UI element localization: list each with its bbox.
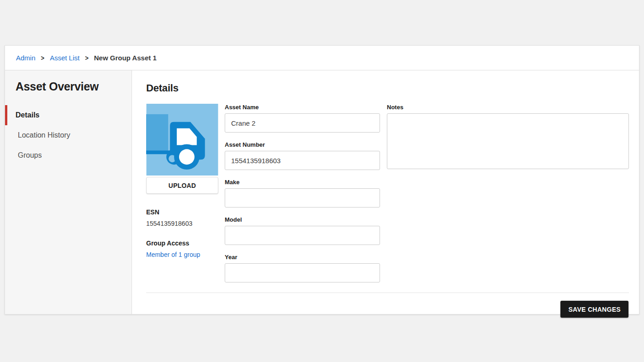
field-notes: Notes bbox=[387, 104, 629, 171]
group-access-block: Group Access Member of 1 group bbox=[146, 240, 218, 259]
asset-fields-column: Asset Name Asset Number Make Model bbox=[225, 104, 380, 291]
field-model: Model bbox=[225, 216, 380, 245]
asset-number-label: Asset Number bbox=[225, 141, 380, 148]
esn-label: ESN bbox=[146, 208, 218, 216]
asset-name-input[interactable] bbox=[225, 113, 380, 133]
model-input[interactable] bbox=[225, 226, 380, 245]
sidebar: Asset Overview Details Location History … bbox=[5, 70, 132, 314]
sidebar-item-details[interactable]: Details bbox=[5, 105, 132, 125]
field-asset-name: Asset Name bbox=[225, 104, 380, 133]
make-label: Make bbox=[225, 179, 380, 186]
model-label: Model bbox=[225, 216, 380, 223]
upload-button[interactable]: UPLOAD bbox=[146, 177, 218, 194]
breadcrumb-asset-list[interactable]: Asset List bbox=[50, 54, 79, 62]
asset-name-label: Asset Name bbox=[225, 104, 380, 111]
truck-icon bbox=[146, 104, 218, 176]
sidebar-item-location-history[interactable]: Location History bbox=[5, 125, 132, 145]
footer: SAVE CHANGES bbox=[146, 293, 629, 318]
esn-value: 1554135918603 bbox=[146, 220, 218, 227]
field-asset-number: Asset Number bbox=[225, 141, 380, 170]
details-section: Details UPLOAD bbox=[132, 70, 639, 314]
sidebar-nav: Details Location History Groups bbox=[5, 105, 132, 165]
notes-column: Notes bbox=[387, 104, 629, 291]
field-year: Year bbox=[225, 254, 380, 282]
asset-media-column: UPLOAD ESN 1554135918603 Group Access Me… bbox=[146, 104, 218, 291]
save-changes-button[interactable]: SAVE CHANGES bbox=[560, 301, 628, 318]
asset-number-input[interactable] bbox=[225, 151, 380, 170]
breadcrumb-current-asset: New Group Asset 1 bbox=[94, 54, 157, 62]
year-input[interactable] bbox=[225, 263, 380, 282]
member-of-group-link[interactable]: Member of 1 group bbox=[146, 251, 200, 258]
breadcrumb: Admin > Asset List > New Group Asset 1 bbox=[5, 46, 639, 70]
field-make: Make bbox=[225, 179, 380, 208]
make-input[interactable] bbox=[225, 188, 380, 208]
group-access-label: Group Access bbox=[146, 240, 218, 247]
sidebar-title: Asset Overview bbox=[16, 80, 132, 93]
asset-panel: Admin > Asset List > New Group Asset 1 A… bbox=[5, 45, 639, 314]
notes-label: Notes bbox=[387, 104, 629, 111]
esn-block: ESN 1554135918603 bbox=[146, 208, 218, 227]
chevron-right-icon: > bbox=[85, 54, 89, 62]
sidebar-item-groups[interactable]: Groups bbox=[5, 145, 132, 165]
breadcrumb-admin[interactable]: Admin bbox=[16, 54, 36, 62]
notes-textarea[interactable] bbox=[387, 113, 629, 169]
chevron-right-icon: > bbox=[41, 54, 45, 62]
page-title: Details bbox=[146, 82, 629, 94]
year-label: Year bbox=[225, 254, 380, 261]
